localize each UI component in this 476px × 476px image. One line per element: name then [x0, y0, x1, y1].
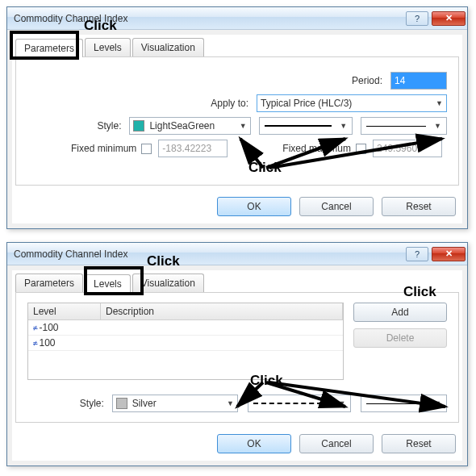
col-description: Description — [101, 303, 343, 319]
reset-button[interactable]: Reset — [382, 197, 456, 216]
style-label: Style: — [27, 120, 122, 132]
chevron-down-icon: ▼ — [227, 399, 234, 407]
fixed-min-input[interactable] — [158, 140, 228, 157]
tab-levels[interactable]: Levels — [85, 38, 131, 56]
period-input[interactable] — [390, 72, 447, 90]
period-label: Period: — [334, 75, 382, 86]
line-style-icon — [253, 403, 331, 404]
help-button[interactable]: ? — [406, 247, 428, 261]
applyto-combo[interactable]: Typical Price (HLC/3) ▼ — [257, 94, 447, 112]
highlight-levels-tab — [84, 266, 144, 295]
style-line-combo[interactable]: ▼ — [259, 117, 353, 135]
color-swatch — [133, 120, 144, 132]
tab-parameters[interactable]: Parameters — [15, 273, 83, 292]
chevron-down-icon: ▼ — [340, 122, 347, 130]
dialog-levels: Commodity Channel Index ? ✕ Parameters L… — [6, 242, 468, 466]
annotation-click: Click — [248, 160, 282, 176]
chevron-down-icon: ▼ — [434, 122, 441, 130]
delete-button: Delete — [353, 328, 447, 348]
level-icon: ≠ — [33, 324, 38, 332]
style-width-combo[interactable]: ▼ — [361, 395, 447, 412]
annotation-click: Click — [84, 18, 117, 34]
chevron-down-icon: ▼ — [436, 99, 443, 107]
line-width-icon — [366, 126, 426, 127]
style-color-combo[interactable]: LightSeaGreen ▼ — [129, 117, 250, 135]
tab-visualization[interactable]: Visualization — [132, 38, 204, 56]
ok-button[interactable]: OK — [217, 197, 291, 216]
tabs: Parameters Levels Visualization — [12, 270, 462, 292]
color-swatch — [116, 398, 127, 409]
chevron-down-icon: ▼ — [338, 399, 345, 407]
fixed-min-checkbox[interactable] — [141, 144, 152, 154]
level-icon: ≠ — [33, 339, 38, 348]
line-style-icon — [265, 125, 332, 127]
cancel-button[interactable]: Cancel — [299, 434, 374, 453]
ok-button[interactable]: OK — [217, 434, 291, 453]
annotation-click: Click — [403, 284, 436, 300]
tabs: Parameters Levels Visualization — [12, 35, 462, 56]
col-level: Level — [28, 303, 101, 319]
style-width-combo[interactable]: ▼ — [361, 117, 447, 135]
cancel-button[interactable]: Cancel — [299, 197, 374, 216]
style-color-name: Silver — [132, 398, 157, 409]
fixed-max-label: Fixed maximum — [282, 143, 351, 154]
fixed-max-input[interactable] — [373, 140, 442, 157]
titlebar: Commodity Channel Index ? ✕ — [7, 7, 467, 30]
fixed-max-checkbox[interactable] — [356, 144, 366, 154]
close-button[interactable]: ✕ — [432, 247, 466, 261]
table-row: ≠100 — [28, 336, 343, 351]
annotation-click: Click — [250, 373, 283, 389]
window-title: Commodity Channel Index — [14, 248, 406, 260]
style-line-combo[interactable]: ▼ — [248, 395, 352, 412]
applyto-value: Typical Price (HLC/3) — [261, 98, 352, 109]
reset-button[interactable]: Reset — [382, 434, 456, 453]
chevron-down-icon: ▼ — [434, 399, 441, 407]
applyto-label: Apply to: — [192, 98, 248, 109]
close-button[interactable]: ✕ — [432, 11, 466, 26]
add-button[interactable]: Add — [353, 303, 447, 322]
annotation-click: Click — [147, 253, 180, 269]
highlight-parameters-tab — [10, 31, 79, 60]
line-width-icon — [366, 403, 426, 404]
titlebar: Commodity Channel Index ? ✕ — [7, 243, 467, 265]
chevron-down-icon: ▼ — [240, 122, 247, 130]
table-row: ≠-100 — [28, 320, 343, 336]
fixed-min-label: Fixed minimum — [71, 143, 136, 154]
style-color-name: LightSeaGreen — [149, 120, 215, 132]
window-title: Commodity Channel Index — [14, 13, 406, 24]
levels-grid[interactable]: Level Description ≠-100 ≠100 — [27, 303, 344, 380]
help-button[interactable]: ? — [406, 11, 428, 26]
style-color-combo[interactable]: Silver ▼ — [112, 395, 238, 412]
style-label: Style: — [27, 398, 104, 409]
